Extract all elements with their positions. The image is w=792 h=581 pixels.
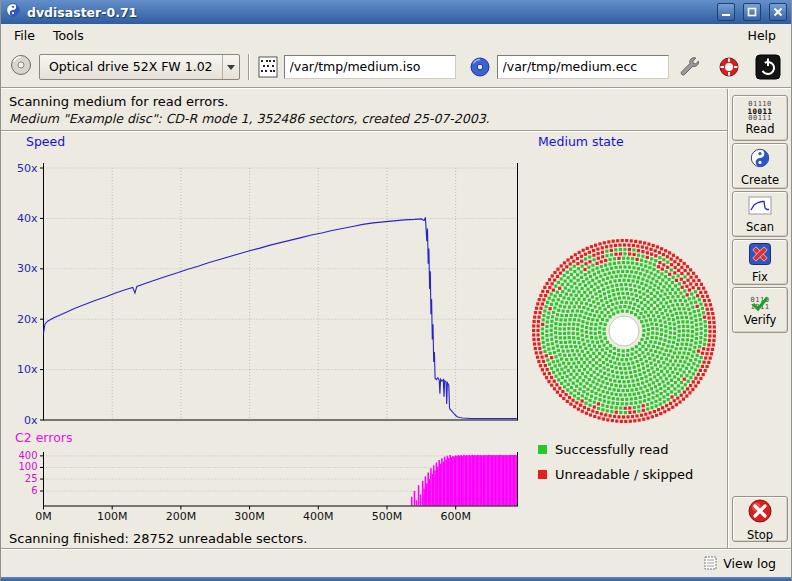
- app-window: dvdisaster-0.71 File Tools Help Optical …: [0, 0, 792, 581]
- svg-text:400M: 400M: [303, 510, 334, 523]
- wrench-icon: [678, 55, 702, 79]
- create-button[interactable]: Create: [732, 143, 788, 189]
- svg-text:100M: 100M: [97, 510, 128, 523]
- main-area: Scanning medium for read errors. Medium …: [1, 89, 729, 548]
- menu-file[interactable]: File: [5, 26, 44, 45]
- menubar: File Tools Help: [1, 24, 791, 46]
- window-title: dvdisaster-0.71: [27, 5, 709, 20]
- svg-text:50x: 50x: [17, 162, 38, 175]
- legend-label-bad: Unreadable / skipped: [555, 467, 693, 482]
- svg-text:30x: 30x: [17, 262, 38, 275]
- ecc-file-input[interactable]: [497, 55, 669, 79]
- svg-text:0M: 0M: [35, 510, 52, 523]
- menu-help[interactable]: Help: [737, 26, 788, 45]
- bottombar: View log: [1, 548, 791, 577]
- fix-label: Fix: [752, 271, 768, 283]
- svg-text:100: 100: [18, 461, 37, 472]
- log-list-icon: [704, 556, 717, 570]
- svg-text:10x: 10x: [17, 363, 38, 376]
- power-icon: [755, 54, 781, 80]
- preferences-button[interactable]: [675, 52, 705, 82]
- create-label: Create: [741, 174, 779, 186]
- svg-text:300M: 300M: [234, 510, 265, 523]
- svg-text:500M: 500M: [372, 510, 403, 523]
- image-file-icon: [258, 56, 278, 78]
- header-separator: [1, 130, 729, 132]
- yin-yang-icon: [749, 147, 771, 173]
- svg-text:20x: 20x: [17, 313, 38, 326]
- legend-unreadable: Unreadable / skipped: [538, 467, 693, 482]
- legend-label-good: Successfully read: [555, 442, 668, 457]
- app-icon: [5, 2, 21, 22]
- read-label: Read: [746, 123, 775, 135]
- fix-button[interactable]: Fix: [732, 239, 788, 285]
- stop-x-icon: [747, 498, 773, 528]
- c2-errors-chart: 4001002560M100M200M300M400M500M600M: [9, 450, 521, 526]
- c2-errors-title: C2 errors: [15, 430, 72, 445]
- scan-chart-icon: [748, 196, 772, 220]
- red-swatch: [538, 470, 547, 479]
- svg-text:6: 6: [31, 485, 37, 496]
- window-bottom-frame: [1, 577, 791, 581]
- titlebar[interactable]: dvdisaster-0.71: [1, 0, 791, 24]
- svg-text:200M: 200M: [166, 510, 197, 523]
- maximize-button[interactable]: [743, 3, 761, 21]
- drive-selector-value: Optical drive 52X FW 1.02: [40, 59, 222, 74]
- read-button[interactable]: 01110 10011 00111 Read: [732, 95, 788, 141]
- verify-check-icon: 0110 1011: [747, 295, 773, 313]
- green-swatch: [538, 445, 547, 454]
- verify-button[interactable]: 0110 1011 Verify: [732, 287, 788, 333]
- about-button[interactable]: [714, 52, 744, 82]
- fix-tools-icon: [748, 242, 772, 270]
- close-button[interactable]: [769, 3, 787, 21]
- speed-chart: 0x10x20x30x40x50x: [9, 160, 521, 426]
- svg-text:40x: 40x: [17, 212, 38, 225]
- toolbar: Optical drive 52X FW 1.02: [1, 46, 791, 87]
- lifebuoy-icon: [717, 55, 741, 79]
- menu-tools[interactable]: Tools: [44, 26, 93, 45]
- medium-state-title: Medium state: [538, 134, 624, 149]
- svg-text:25: 25: [25, 473, 38, 484]
- drive-selector[interactable]: Optical drive 52X FW 1.02: [39, 54, 240, 80]
- binary-read-icon: 01110 10011 00111: [747, 101, 772, 122]
- minimize-button[interactable]: [717, 3, 735, 21]
- verify-label: Verify: [744, 314, 777, 326]
- chevron-down-icon: [222, 55, 239, 79]
- quit-button[interactable]: [753, 52, 783, 82]
- scan-label: Scan: [746, 221, 774, 233]
- svg-text:600M: 600M: [440, 510, 471, 523]
- action-sidebar: 01110 10011 00111 Read Create: [727, 89, 791, 548]
- scan-button[interactable]: Scan: [732, 191, 788, 237]
- svg-text:400: 400: [18, 450, 37, 461]
- view-log-label: View log: [723, 556, 776, 571]
- ecc-file-icon: [469, 56, 491, 78]
- legend-successfully-read: Successfully read: [538, 442, 668, 457]
- scan-result-text: Scanning finished: 28752 unreadable sect…: [9, 531, 307, 546]
- speed-chart-title: Speed: [26, 134, 65, 149]
- stop-label: Stop: [747, 529, 773, 541]
- medium-info: Medium "Example disc": CD-R mode 1, 3524…: [9, 111, 490, 126]
- stop-button[interactable]: Stop: [732, 496, 788, 542]
- medium-state-disc: [526, 233, 722, 429]
- status-heading: Scanning medium for read errors.: [9, 94, 228, 109]
- image-file-input[interactable]: [284, 55, 456, 79]
- svg-text:0x: 0x: [24, 414, 38, 427]
- toolbar-separator: [248, 54, 250, 80]
- drive-cd-icon: [9, 53, 33, 81]
- view-log-button[interactable]: View log: [698, 553, 782, 574]
